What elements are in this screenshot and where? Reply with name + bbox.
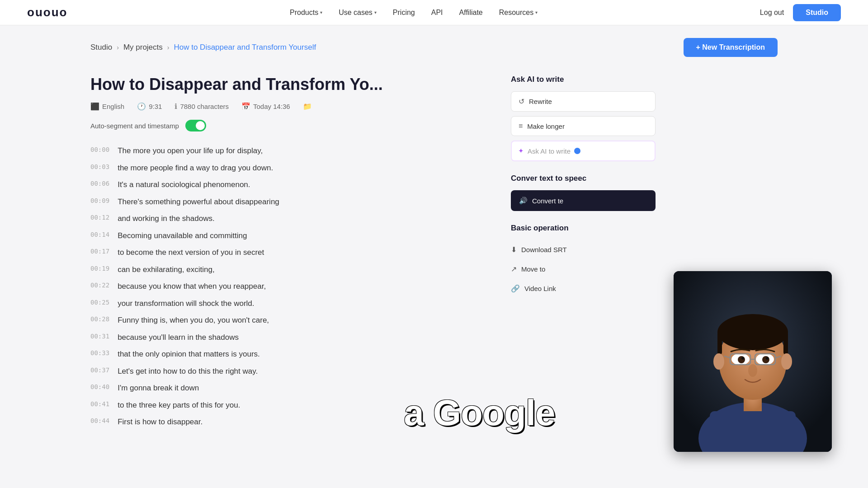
nav-resources[interactable]: Resources ▾: [499, 9, 538, 17]
meta-date: 📅 Today 14:36: [241, 102, 290, 111]
basic-op-section-title: Basic operation: [511, 224, 656, 233]
meta-language: ⬛ English: [90, 102, 124, 111]
studio-button[interactable]: Studio: [793, 4, 841, 21]
transcript-item: 00:00 The more you open your life up for…: [90, 142, 484, 160]
timestamp: 00:37: [90, 366, 109, 374]
toggle-row: Auto-segment and timestamp: [90, 120, 484, 131]
timestamp: 00:14: [90, 230, 109, 238]
transcript-item: 00:06 It's a natural sociological phenom…: [90, 176, 484, 193]
move-to-button[interactable]: ↗ Move to: [511, 259, 656, 279]
transcript-text: Let's get into how to do this the right …: [118, 366, 258, 377]
timestamp: 00:22: [90, 281, 109, 289]
text-icon: ℹ: [175, 102, 177, 111]
ask-ai-section-title: Ask AI to write: [511, 75, 656, 84]
sparkle-icon: ✦: [518, 147, 524, 155]
transcript-item: 00:28 Funny thing is, when you do, you w…: [90, 312, 484, 329]
link-icon: 🔗: [511, 284, 520, 293]
transcript-item: 00:19 can be exhilarating, exciting,: [90, 261, 484, 278]
svg-point-14: [741, 357, 744, 360]
main-nav: Products ▾ Use cases ▾ Pricing API Affil…: [290, 9, 538, 17]
nav-affiliate[interactable]: Affiliate: [459, 9, 483, 17]
transcript-item: 00:03 the more people find a way to drag…: [90, 160, 484, 177]
transcript-text: Becoming unavailable and committing: [118, 230, 247, 242]
left-panel: How to Disappear and Transform Yo... ⬛ E…: [90, 66, 484, 431]
transcript-item: 00:12 and working in the shadows.: [90, 210, 484, 227]
timestamp: 00:12: [90, 213, 109, 221]
breadcrumb-studio[interactable]: Studio: [90, 43, 112, 52]
ask-ai-placeholder: Ask AI to write: [528, 147, 571, 155]
convert-button[interactable]: 🔊 Convert te: [511, 190, 656, 211]
transcript-item: 00:17 to become the next version of you …: [90, 244, 484, 261]
breadcrumb-separator: ›: [167, 44, 170, 51]
svg-rect-2: [710, 411, 796, 452]
svg-point-21: [748, 364, 757, 377]
transcript-text: that the only opinion that matters is yo…: [118, 348, 260, 360]
timestamp: 00:06: [90, 179, 109, 187]
timestamp: 00:00: [90, 145, 109, 153]
make-longer-button[interactable]: ≡ Make longer: [511, 116, 656, 136]
timestamp: 00:44: [90, 416, 109, 424]
ai-dot: [574, 148, 580, 154]
language-icon: ⬛: [90, 102, 99, 111]
breadcrumb-current: How to Disappear and Transform Yourself: [174, 43, 316, 52]
transcript-text: your transformation will shock the world…: [118, 298, 254, 310]
right-panel: Ask AI to write ↺ Rewrite ≡ Make longer …: [511, 66, 656, 431]
rewrite-button[interactable]: ↺ Rewrite: [511, 91, 656, 112]
make-longer-icon: ≡: [519, 122, 523, 130]
logo-text: ououo: [27, 5, 67, 19]
ask-ai-input[interactable]: ✦ Ask AI to write: [511, 141, 656, 161]
logo: ououo: [27, 5, 67, 19]
svg-point-8: [713, 353, 724, 370]
download-icon: ⬇: [511, 245, 517, 254]
transcript-text: It's a natural sociological phenomenon.: [118, 179, 250, 191]
breadcrumb-separator: ›: [117, 44, 119, 51]
transcript-text: Funny thing is, when you do, you won't c…: [118, 314, 269, 326]
transcript-text: First is how to disappear.: [118, 416, 203, 428]
header: ououo Products ▾ Use cases ▾ Pricing API…: [0, 0, 868, 25]
transcript-text: to the three key parts of this for you.: [118, 399, 240, 411]
breadcrumb-bar: Studio › My projects › How to Disappear …: [0, 25, 868, 66]
logout-button[interactable]: Log out: [760, 9, 784, 17]
transcript-text: can be exhilarating, exciting,: [118, 264, 215, 276]
transcript-item: 00:22 because you know that when you rea…: [90, 278, 484, 295]
nav-pricing[interactable]: Pricing: [393, 9, 415, 17]
google-overlay: a Google: [404, 392, 555, 434]
nav-products[interactable]: Products ▾: [290, 9, 322, 17]
transcript-text: to become the next version of you in sec…: [118, 247, 264, 258]
nav-api[interactable]: API: [431, 9, 443, 17]
download-srt-button[interactable]: ⬇ Download SRT: [511, 240, 656, 259]
transcript-item: 00:09 There's something powerful about d…: [90, 193, 484, 211]
auto-segment-toggle[interactable]: [185, 120, 206, 131]
video-face: [674, 271, 832, 452]
transcript-text: and working in the shadows.: [118, 213, 215, 225]
chevron-down-icon: ▾: [535, 10, 538, 15]
nav-actions: Log out Studio: [760, 4, 841, 21]
new-transcription-button[interactable]: + New Transcription: [684, 38, 778, 57]
svg-point-12: [738, 356, 745, 363]
chevron-down-icon: ▾: [374, 10, 377, 15]
timestamp: 00:28: [90, 314, 109, 323]
transcript-item: 00:14 Becoming unavailable and committin…: [90, 227, 484, 244]
meta-row: ⬛ English 🕐 9:31 ℹ 7880 characters 📅 Tod…: [90, 102, 484, 111]
breadcrumb: Studio › My projects › How to Disappear …: [90, 43, 316, 52]
timestamp: 00:31: [90, 332, 109, 340]
timestamp: 00:09: [90, 196, 109, 204]
transcript-text: I'm gonna break it down: [118, 382, 199, 394]
video-link-button[interactable]: 🔗 Video Link: [511, 279, 656, 298]
nav-use-cases[interactable]: Use cases ▾: [339, 9, 377, 17]
svg-point-5: [717, 314, 788, 350]
transcript-item: 00:33 that the only opinion that matters…: [90, 346, 484, 363]
meta-folder: 📁: [303, 102, 312, 111]
breadcrumb-projects[interactable]: My projects: [123, 43, 163, 52]
svg-point-13: [762, 356, 769, 363]
timestamp: 00:25: [90, 298, 109, 306]
convert-section-title: Conver text to speec: [511, 174, 656, 183]
project-title: How to Disappear and Transform Yo...: [90, 75, 484, 94]
transcript-item: 00:31 because you'll learn in the shadow…: [90, 329, 484, 346]
transcript-item: 00:25 your transformation will shock the…: [90, 295, 484, 312]
move-icon: ↗: [511, 265, 517, 273]
transcript-text: the more people find a way to drag you d…: [118, 162, 273, 174]
timestamp: 00:03: [90, 162, 109, 170]
timestamp: 00:40: [90, 382, 109, 390]
transcript-text: because you know that when you reappear,: [118, 281, 266, 292]
